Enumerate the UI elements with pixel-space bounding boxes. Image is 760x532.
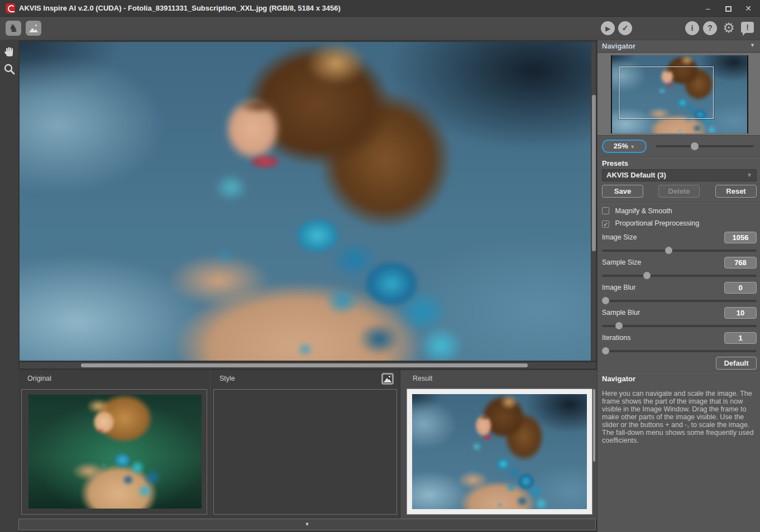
sample-size-slider[interactable]	[602, 275, 757, 277]
inspire-logo-button[interactable]: ♞	[6, 21, 21, 36]
magnify-smooth-label: Magnify & Smooth	[615, 207, 672, 215]
default-button[interactable]: Default	[716, 357, 757, 370]
sample-size-label: Sample Size	[602, 258, 641, 266]
sample-size-slider-thumb[interactable]	[643, 272, 651, 279]
chevron-down-icon: ▼	[747, 170, 752, 181]
original-label: Original	[27, 375, 51, 382]
image-icon	[383, 375, 392, 383]
image-icon	[28, 23, 39, 33]
iterations-label: Iterations	[602, 334, 630, 342]
navigator-preview-area	[598, 53, 760, 136]
chevron-down-icon: ▼	[305, 521, 310, 527]
sample-blur-label: Sample Blur	[602, 309, 640, 317]
horizontal-scrollbar[interactable]	[20, 362, 596, 368]
zoom-slider[interactable]	[656, 145, 754, 147]
maximize-icon	[725, 6, 732, 12]
sample-blur-slider[interactable]	[602, 325, 757, 327]
image-blur-value[interactable]: 0	[724, 282, 757, 294]
horizontal-scrollbar-thumb[interactable]	[81, 363, 528, 367]
navigator-title: Navigator	[602, 42, 635, 50]
sample-size-value[interactable]: 768	[724, 257, 757, 269]
image-window: Original Style Result	[18, 40, 597, 532]
window-title: AKVIS Inspire AI v.2.0 (CUDA) - Fotolia_…	[19, 4, 341, 12]
help-icon: ?	[708, 23, 713, 32]
zoom-select[interactable]: 25% ▼	[602, 140, 647, 153]
image-blur-slider-thumb[interactable]	[602, 297, 609, 304]
strip-collapse-bar[interactable]: ▼	[18, 519, 596, 530]
divider	[598, 372, 760, 373]
preset-dropdown[interactable]: AKVIS Default (3) ▼	[602, 169, 757, 181]
zoom-value: 25%	[614, 142, 628, 150]
app-window: AKVIS Inspire AI v.2.0 (CUDA) - Fotolia_…	[0, 0, 760, 532]
settings-panel: Navigator ▼ 25% ▼ Presets AKVIS Default …	[597, 40, 760, 532]
image-blur-slider[interactable]	[602, 300, 757, 302]
image-size-value[interactable]: 1056	[724, 232, 757, 243]
feedback-button[interactable]: !	[741, 22, 754, 33]
apply-button[interactable]: ✓	[618, 21, 632, 35]
save-preset-button[interactable]: Save	[602, 185, 643, 198]
image-size-slider-thumb[interactable]	[665, 247, 672, 254]
image-size-label: Image Size	[602, 233, 637, 241]
iterations-slider[interactable]	[602, 350, 757, 352]
feedback-icon: !	[746, 23, 749, 32]
divider	[598, 202, 760, 203]
hint-text: Here you can navigate and scale the imag…	[602, 390, 756, 444]
reset-preset-button[interactable]: Reset	[715, 185, 757, 198]
delete-preset-button[interactable]: Delete	[658, 185, 700, 198]
style-thumbnail[interactable]	[287, 394, 366, 510]
open-image-button[interactable]	[26, 21, 41, 36]
image-size-slider[interactable]	[602, 250, 757, 252]
main-canvas-image[interactable]	[20, 42, 591, 361]
strip-scrollbar-thumb[interactable]	[593, 389, 595, 462]
result-label: Result	[413, 375, 432, 382]
original-section: Original	[18, 370, 210, 519]
proportional-preprocessing-checkbox[interactable]: ✓	[602, 221, 609, 228]
style-section: Style	[210, 370, 400, 519]
top-toolbar: ♞ ▶ ✓ i ? ⚙ !	[0, 17, 760, 40]
load-style-button[interactable]	[381, 373, 394, 385]
app-logo-icon	[6, 3, 15, 13]
navigator-header[interactable]: Navigator ▼	[598, 40, 760, 52]
iterations-value[interactable]: 1	[724, 332, 757, 344]
play-icon: ▶	[605, 25, 610, 32]
run-button[interactable]: ▶	[601, 21, 615, 35]
divider	[598, 157, 760, 158]
thumbnails-strip: Original Style Result	[18, 370, 597, 519]
zoom-slider-thumb[interactable]	[691, 142, 699, 150]
proportional-preprocessing-option[interactable]: ✓ Proportional Preprocessing	[602, 219, 758, 228]
chevron-down-icon[interactable]: ▼	[750, 42, 755, 48]
presets-heading: Presets	[602, 159, 628, 167]
zoom-controls: 25% ▼	[598, 136, 760, 156]
magnify-smooth-option[interactable]: Magnify & Smooth	[602, 207, 758, 216]
title-bar: AKVIS Inspire AI v.2.0 (CUDA) - Fotolia_…	[0, 0, 760, 17]
proportional-preprocessing-label: Proportional Preprocessing	[615, 219, 699, 227]
vertical-scrollbar-thumb[interactable]	[592, 95, 596, 251]
result-section: Result	[400, 370, 597, 519]
chevron-down-icon: ▼	[630, 144, 635, 150]
close-button[interactable]: ✕	[739, 0, 758, 17]
sample-blur-value[interactable]: 10	[724, 307, 757, 319]
result-painting	[20, 42, 591, 361]
result-thumbnail[interactable]	[412, 394, 587, 509]
magnify-smooth-checkbox[interactable]	[602, 207, 609, 214]
tool-rail	[0, 40, 18, 532]
info-icon: i	[691, 24, 694, 32]
zoom-tool-button[interactable]	[3, 63, 16, 76]
preset-selected-value: AKVIS Default (3)	[606, 171, 666, 179]
help-button[interactable]: ?	[703, 21, 717, 35]
maximize-button[interactable]	[719, 0, 738, 17]
sample-blur-slider-thumb[interactable]	[615, 322, 623, 329]
horse-icon: ♞	[8, 22, 18, 34]
settings-button[interactable]: ⚙	[721, 20, 737, 36]
navigator-viewport-frame[interactable]	[619, 66, 714, 119]
style-label: Style	[219, 375, 235, 382]
result-thumbnail-frame[interactable]	[407, 389, 592, 514]
iterations-slider-thumb[interactable]	[602, 347, 609, 354]
hand-tool-button[interactable]	[3, 46, 16, 59]
vertical-scrollbar[interactable]	[591, 42, 596, 361]
info-button[interactable]: i	[685, 21, 699, 35]
hint-title: Navigator	[602, 375, 635, 383]
image-blur-label: Image Blur	[602, 284, 635, 291]
minimize-button[interactable]: –	[699, 0, 718, 17]
original-thumbnail[interactable]	[28, 395, 202, 509]
